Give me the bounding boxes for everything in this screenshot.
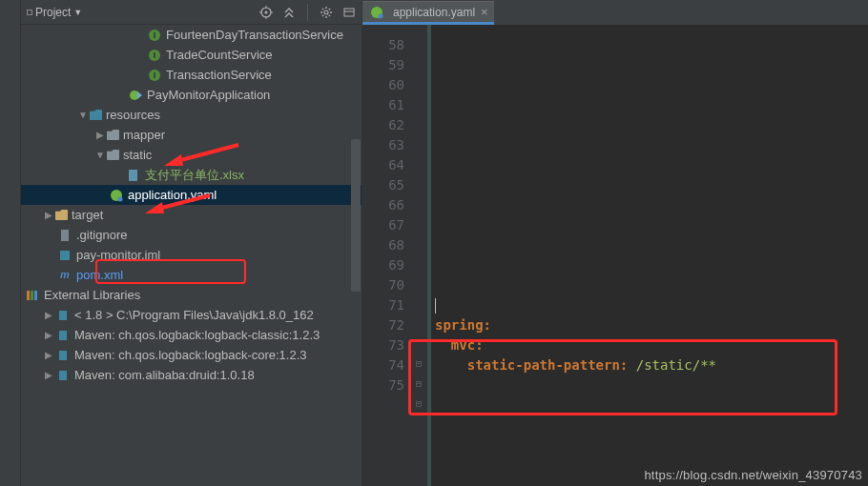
separator <box>307 4 308 21</box>
tree-item-label: pom.xml <box>76 265 123 285</box>
library-icon <box>55 368 71 383</box>
tree-item-target[interactable]: ▶ target <box>21 205 362 225</box>
tree-item-iml[interactable]: pay-monitor.iml <box>21 245 362 265</box>
svg-rect-28 <box>61 230 69 241</box>
chevron-right-icon: ▶ <box>42 205 55 225</box>
tree-item-service[interactable]: I TradeCountService <box>21 45 362 65</box>
tree-item-label: TradeCountService <box>166 45 273 65</box>
close-icon[interactable]: × <box>481 5 488 19</box>
svg-rect-15 <box>344 9 354 16</box>
tree-item-pom[interactable]: m pom.xml <box>21 265 362 285</box>
tree-item-resources[interactable]: ▼ resources <box>21 105 362 125</box>
chevron-down-icon: ▼ <box>93 145 107 165</box>
tree-item-maven-lib[interactable]: ▶ Maven: ch.qos.logback:logback-classic:… <box>21 325 362 345</box>
svg-rect-34 <box>59 331 67 340</box>
svg-rect-35 <box>59 351 67 360</box>
spring-run-icon <box>128 88 143 103</box>
library-icon <box>55 308 71 323</box>
gear-icon[interactable] <box>320 6 333 19</box>
tree-item-label: target <box>72 205 103 225</box>
libraries-icon <box>25 288 40 303</box>
editor-panel: application.yaml × 58 59 60 61 62 63 64 … <box>362 0 868 486</box>
chevron-right-icon: ▶ <box>93 125 107 145</box>
tree-item-external-libraries[interactable]: External Libraries <box>21 285 362 305</box>
tree-item-label: static <box>123 145 152 165</box>
tree-item-label: resources <box>106 105 160 125</box>
tree-item-label: External Libraries <box>44 285 140 305</box>
tree-item-label: FourteenDayTransactionService <box>166 25 343 45</box>
tree-item-label: mapper <box>123 125 165 145</box>
maven-icon: m <box>57 268 72 283</box>
project-panel-title[interactable]: Project ▼ <box>27 6 82 19</box>
module-icon <box>57 248 72 263</box>
tree-item-label: TransactionService <box>166 65 272 85</box>
svg-line-12 <box>329 14 330 15</box>
file-icon <box>126 168 141 183</box>
library-icon <box>55 328 71 343</box>
svg-line-13 <box>322 14 323 15</box>
tree-item-gitignore[interactable]: .gitignore <box>21 225 362 245</box>
interface-icon: I <box>147 48 162 63</box>
svg-point-42 <box>379 13 383 18</box>
tree-item-label: pay-monitor.iml <box>76 245 160 265</box>
caret <box>435 298 436 314</box>
tree-item-jdk[interactable]: ▶ < 1.8 > C:\Program Files\Java\jdk1.8.0… <box>21 305 362 325</box>
svg-point-6 <box>324 10 328 14</box>
tree-item-label: application.yaml <box>128 185 217 205</box>
tree-item-label: Maven: ch.qos.logback:logback-core:1.2.3 <box>74 345 307 365</box>
tab-label: application.yaml <box>393 6 475 19</box>
fold-icon[interactable]: ⊟ <box>413 394 424 405</box>
watermark: https://blog.csdn.net/weixin_43970743 <box>644 468 862 482</box>
tree-item-application-yaml[interactable]: application.yaml <box>21 185 362 205</box>
editor-tab-application-yaml[interactable]: application.yaml × <box>362 1 494 25</box>
chevron-right-icon: ▶ <box>42 325 55 345</box>
tree-item-maven-lib[interactable]: ▶ Maven: com.alibaba:druid:1.0.18 <box>21 365 362 385</box>
project-panel: Project ▼ I FourteenDayTransactionServic… <box>21 0 362 486</box>
tree-item-maven-lib[interactable]: ▶ Maven: ch.qos.logback:logback-core:1.2… <box>21 345 362 365</box>
tree-item-service[interactable]: I FourteenDayTransactionService <box>21 25 362 45</box>
folder-icon <box>55 210 68 220</box>
tree-item-mapper[interactable]: ▶ mapper <box>21 125 362 145</box>
tree-item-label: 支付平台单位.xlsx <box>145 165 244 185</box>
project-tree[interactable]: I FourteenDayTransactionService I TradeC… <box>21 25 362 486</box>
fold-icon[interactable]: ⊟ <box>413 374 424 385</box>
fold-icon[interactable]: ⊟ <box>413 354 424 365</box>
project-panel-header: Project ▼ <box>21 0 362 25</box>
tree-item-service[interactable]: I TransactionService <box>21 65 362 85</box>
line-gutter: 58 59 60 61 62 63 64 65 66 67 68 69 70 7… <box>362 25 412 486</box>
svg-rect-29 <box>60 251 70 260</box>
svg-rect-31 <box>31 291 33 300</box>
svg-line-14 <box>329 9 330 10</box>
hide-icon[interactable] <box>342 6 356 19</box>
tree-item-xlsx[interactable]: 支付平台单位.xlsx <box>21 165 362 185</box>
tree-item-app-class[interactable]: PayMonitorApplication <box>21 85 362 105</box>
collapse-icon[interactable] <box>282 6 296 19</box>
chevron-right-icon: ▶ <box>42 365 55 385</box>
svg-rect-36 <box>59 371 67 380</box>
interface-icon: I <box>147 28 162 43</box>
svg-text:I: I <box>154 51 156 60</box>
svg-rect-33 <box>59 311 67 320</box>
code-area[interactable]: spring: mvc: static-path-pattern: /stati… <box>427 25 868 486</box>
svg-rect-30 <box>27 291 30 300</box>
tree-item-label: PayMonitorApplication <box>147 85 270 105</box>
editor-body[interactable]: 58 59 60 61 62 63 64 65 66 67 68 69 70 7… <box>362 25 868 486</box>
tree-item-label: Maven: com.alibaba:druid:1.0.18 <box>74 365 255 385</box>
folder-icon <box>107 130 119 140</box>
locate-icon[interactable] <box>259 6 273 19</box>
tree-item-label: < 1.8 > C:\Program Files\Java\jdk1.8.0_1… <box>74 305 314 325</box>
tree-item-label: .gitignore <box>76 225 127 245</box>
svg-marker-24 <box>137 91 142 99</box>
chevron-right-icon: ▶ <box>42 345 55 365</box>
spring-config-icon <box>109 188 124 203</box>
chevron-down-icon: ▼ <box>76 105 90 125</box>
fold-strip: ⊟ ⊟ ⊟ <box>412 25 427 486</box>
chevron-right-icon: ▶ <box>42 305 55 325</box>
svg-text:I: I <box>154 71 156 80</box>
resources-folder-icon <box>90 110 102 120</box>
svg-rect-25 <box>129 170 137 181</box>
folder-icon <box>107 150 119 160</box>
svg-rect-32 <box>34 291 37 300</box>
scrollbar-thumb[interactable] <box>351 139 361 292</box>
tree-item-static[interactable]: ▼ static <box>21 145 362 165</box>
